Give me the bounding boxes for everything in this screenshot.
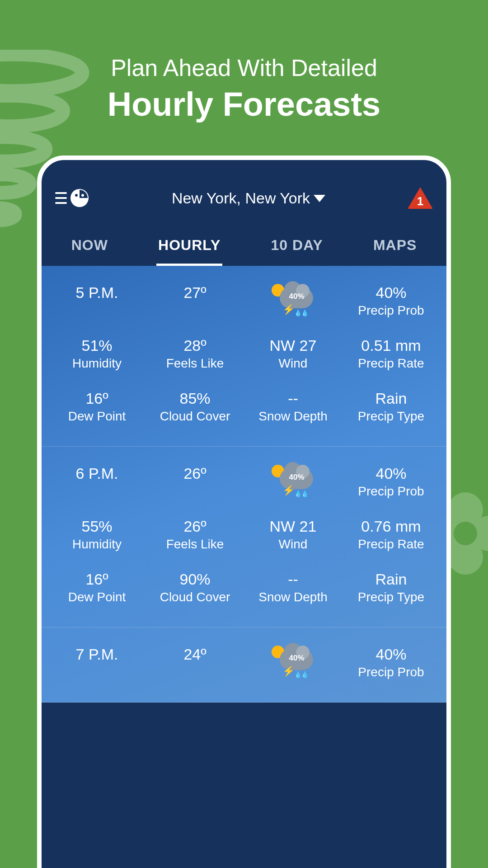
feels-like-label: Feels Like: [146, 356, 244, 371]
precip-rate-value: 0.76 mm: [342, 518, 440, 535]
hour-card[interactable]: 5 P.M. 27º 40% ⚡ 💧💧 40% Precip Prob: [42, 266, 446, 447]
location-text: New York, New York: [172, 189, 310, 207]
snow-depth-value: --: [244, 571, 342, 588]
thunderstorm-icon: 40% ⚡ 💧💧: [271, 646, 316, 678]
hour-temp: 27º: [146, 284, 244, 302]
humidity-label: Humidity: [48, 356, 146, 371]
precip-rate-label: Precip Rate: [342, 537, 440, 552]
precip-type-value: Rain: [342, 571, 440, 588]
snow-depth-label: Snow Depth: [244, 590, 342, 604]
tab-now[interactable]: NOW: [70, 231, 110, 266]
dew-point-label: Dew Point: [48, 590, 146, 604]
feels-like-label: Feels Like: [146, 537, 244, 552]
location-selector[interactable]: New York, New York: [172, 189, 325, 207]
svg-point-0: [0, 54, 82, 91]
hour-card[interactable]: 6 P.M. 26º 40% ⚡ 💧💧 40% Precip Prob: [42, 447, 446, 627]
svg-point-3: [0, 175, 30, 193]
svg-point-12: [81, 194, 84, 197]
dew-point-value: 16º: [48, 390, 146, 407]
dew-point-value: 16º: [48, 571, 146, 588]
tab-10day[interactable]: 10 DAY: [269, 231, 325, 266]
app-logo-icon: [70, 188, 89, 208]
menu-icon[interactable]: [55, 192, 67, 204]
precip-prob-label: Precip Prob: [342, 484, 440, 499]
precip-type-value: Rain: [342, 390, 440, 407]
feels-like-value: 28º: [146, 337, 244, 354]
humidity-value: 55%: [48, 518, 146, 535]
precip-type-label: Precip Type: [342, 590, 440, 604]
tab-maps[interactable]: MAPS: [371, 231, 418, 266]
precip-rate-value: 0.51 mm: [342, 337, 440, 354]
snow-depth-value: --: [244, 390, 342, 407]
precip-rate-label: Precip Rate: [342, 356, 440, 371]
wind-label: Wind: [244, 537, 342, 552]
feels-like-value: 26º: [146, 518, 244, 535]
svg-point-9: [454, 522, 477, 545]
hour-temp: 24º: [146, 646, 244, 663]
hour-card[interactable]: 7 P.M. 24º 40% ⚡ 💧💧 40% Precip Prob: [42, 627, 446, 703]
alert-count: 1: [408, 194, 433, 208]
cloud-cover-label: Cloud Cover: [146, 409, 244, 424]
cloud-cover-label: Cloud Cover: [146, 590, 244, 604]
precip-prob-label: Precip Prob: [342, 665, 440, 679]
hourly-list[interactable]: 5 P.M. 27º 40% ⚡ 💧💧 40% Precip Prob: [42, 266, 446, 703]
wind-label: Wind: [244, 356, 342, 371]
svg-point-11: [75, 194, 78, 197]
precip-prob-value: 40%: [342, 465, 440, 482]
hour-time: 5 P.M.: [48, 284, 146, 302]
alert-badge[interactable]: 1: [408, 187, 433, 209]
wind-value: NW 21: [244, 518, 342, 535]
hour-time: 7 P.M.: [48, 646, 146, 663]
app-header: New York, New York 1: [42, 160, 446, 222]
precip-prob-label: Precip Prob: [342, 303, 440, 318]
dew-point-label: Dew Point: [48, 409, 146, 424]
cloud-cover-value: 85%: [146, 390, 244, 407]
precip-prob-value: 40%: [342, 284, 440, 302]
svg-point-4: [0, 208, 15, 220]
thunderstorm-icon: 40% ⚡ 💧💧: [271, 284, 316, 316]
chevron-down-icon: [314, 195, 325, 203]
precip-type-label: Precip Type: [342, 409, 440, 424]
svg-point-2: [0, 137, 46, 161]
svg-point-1: [0, 96, 63, 127]
snow-depth-label: Snow Depth: [244, 409, 342, 424]
hour-time: 6 P.M.: [48, 465, 146, 482]
precip-prob-value: 40%: [342, 646, 440, 663]
humidity-label: Humidity: [48, 537, 146, 552]
wind-value: NW 27: [244, 337, 342, 354]
thunderstorm-icon: 40% ⚡ 💧💧: [271, 465, 316, 497]
hour-temp: 26º: [146, 465, 244, 482]
tab-bar: NOW HOURLY 10 DAY MAPS: [42, 222, 446, 266]
cloud-cover-value: 90%: [146, 571, 244, 588]
phone-frame: New York, New York 1 NOW HOURLY 10 DAY M…: [37, 156, 451, 868]
humidity-value: 51%: [48, 337, 146, 354]
tab-hourly[interactable]: HOURLY: [156, 231, 222, 266]
